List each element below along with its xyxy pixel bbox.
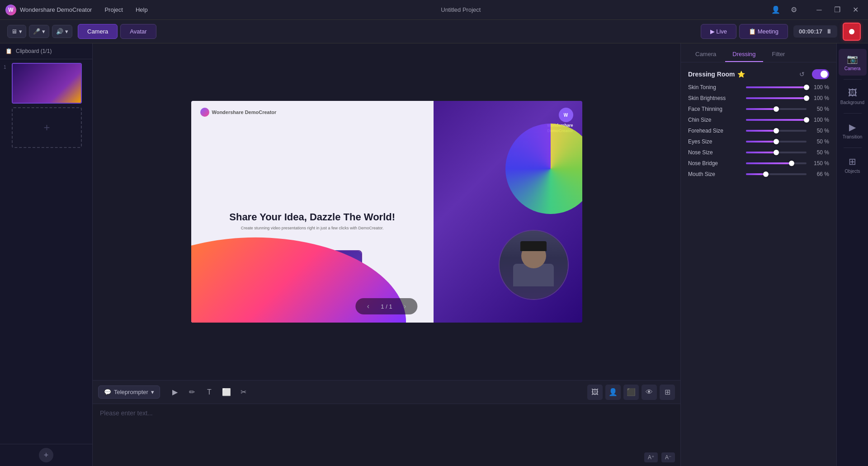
slider-track-0[interactable] (746, 86, 807, 88)
teleprompter-button[interactable]: 💬 Teleprompter ▾ (98, 385, 160, 399)
sidebar-item-transition[interactable]: ▶Transition (839, 117, 867, 144)
live-btn[interactable]: ▶ Live (701, 24, 736, 39)
sidebar-item-camera[interactable]: 📷Camera (839, 49, 867, 76)
slider-track-1[interactable] (746, 97, 807, 99)
slider-track-8[interactable] (746, 173, 807, 175)
face-layout-btn[interactable]: 👁 (642, 385, 657, 400)
window-controls: ─ ❐ ✕ (812, 3, 863, 17)
text-tool-btn[interactable]: T (202, 385, 217, 400)
sidebar-item-background[interactable]: 🖼Background (839, 83, 867, 109)
shape-tool-btn[interactable]: ⬜ (219, 385, 234, 400)
slide-logo: Wondershare DemoCreator (200, 108, 277, 117)
slider-value-6: 50 % (810, 149, 829, 156)
slider-thumb-1[interactable] (804, 95, 809, 101)
webcam-overlay (499, 230, 569, 300)
avatar-mode-btn[interactable]: Avatar (120, 24, 156, 39)
meeting-btn[interactable]: 📋 Meeting (739, 24, 788, 39)
reset-button[interactable]: ↺ (796, 68, 808, 81)
sidebar-divider (844, 147, 862, 148)
slide-content-right: W Wondershare DemoCreator (434, 101, 582, 323)
slider-value-1: 100 % (810, 95, 829, 101)
add-slide-button[interactable]: + (39, 448, 53, 462)
slider-thumb-7[interactable] (789, 161, 794, 166)
right-panel-main: Camera Dressing Filter Dressing Room ⭐ ↺… (681, 43, 836, 466)
slider-fill-0 (746, 86, 807, 88)
app-logo: W Wondershare DemoCreator (5, 5, 92, 15)
decorative-circle (505, 124, 582, 214)
slider-row-face-thinning: Face Thinning50 % (688, 106, 829, 112)
slide-logo-icon (200, 108, 209, 117)
play-tool-btn[interactable]: ▶ (167, 385, 183, 400)
background-sidebar-label: Background (840, 100, 864, 105)
maximize-button[interactable]: ❐ (830, 3, 844, 17)
prev-page-button[interactable]: ‹ (363, 301, 373, 312)
add-slide-placeholder[interactable]: + (12, 107, 82, 148)
live-icon: ▶ (710, 28, 715, 35)
objects-sidebar-label: Objects (845, 169, 860, 174)
slider-thumb-4[interactable] (774, 128, 779, 133)
dressing-room-label: Dressing Room (688, 71, 735, 78)
screen-layout-btn[interactable]: ⬛ (623, 385, 639, 400)
left-panel: 📋 Clipboard (1/1) 1 + + (0, 43, 93, 466)
speaker-dropdown[interactable]: 🔊 ▾ (52, 25, 72, 38)
slider-track-5[interactable] (746, 141, 807, 143)
toolbar-input-group: 🖥 ▾ 🎤 ▾ 🔊 ▾ (7, 25, 72, 38)
tab-filter[interactable]: Filter (765, 47, 793, 62)
pause-btn[interactable]: ⏸ (826, 28, 832, 35)
menu-bar: Project Help (99, 5, 153, 15)
sidebar-item-objects[interactable]: ⊞Objects (839, 152, 867, 178)
edit-tools: ▶ ✏ T ⬜ ✂ (164, 385, 584, 400)
slider-thumb-3[interactable] (804, 117, 809, 123)
camera-mode-btn[interactable]: Camera (78, 24, 118, 39)
slider-thumb-5[interactable] (774, 139, 779, 144)
meeting-icon: 📋 (749, 28, 756, 35)
tab-camera[interactable]: Camera (688, 47, 723, 62)
slide-thumb-image (13, 64, 81, 103)
page-number: 1 / 1 (381, 303, 392, 310)
next-page-button[interactable]: › (400, 301, 410, 312)
slider-track-2[interactable] (746, 108, 807, 110)
slider-thumb-6[interactable] (774, 150, 779, 155)
slider-label-2: Face Thinning (688, 106, 742, 112)
dressing-toggle[interactable] (812, 69, 829, 79)
avatar-layout-btn[interactable]: 👤 (605, 385, 621, 400)
settings-icon[interactable]: ⚙ (787, 3, 801, 17)
font-size-decrease-btn[interactable]: A⁻ (661, 452, 675, 462)
slider-track-6[interactable] (746, 152, 807, 153)
timer-value: 00:00:17 (799, 28, 822, 35)
slider-track-3[interactable] (746, 119, 807, 121)
timer-display: 00:00:17 ⏸ (793, 25, 837, 38)
minimize-button[interactable]: ─ (812, 3, 826, 17)
teleprompter-placeholder: Please enter text... (100, 409, 673, 417)
teleprompter-icon: 💬 (104, 389, 111, 395)
draw-tool-btn[interactable]: ✏ (184, 385, 200, 400)
camera-sidebar-icon: 📷 (847, 53, 858, 64)
slider-value-0: 100 % (810, 84, 829, 90)
slider-row-skin-brightness: Skin Brightness100 % (688, 95, 829, 101)
slider-thumb-2[interactable] (774, 106, 779, 112)
slider-value-3: 100 % (810, 117, 829, 123)
account-icon[interactable]: 👤 (769, 3, 783, 17)
menu-help[interactable]: Help (130, 5, 153, 15)
slider-track-4[interactable] (746, 130, 807, 132)
image-layout-btn[interactable]: 🖼 (587, 385, 603, 400)
grid-layout-btn[interactable]: ⊞ (660, 385, 675, 400)
menu-project[interactable]: Project (99, 5, 128, 15)
slide-add-item[interactable]: + (4, 107, 89, 148)
close-button[interactable]: ✕ (848, 3, 863, 17)
tab-dressing[interactable]: Dressing (725, 47, 763, 62)
slide-thumbnail-1[interactable] (12, 63, 82, 104)
screen-dropdown[interactable]: 🖥 ▾ (7, 25, 26, 38)
screen-icon: 🖥 (11, 28, 17, 35)
slider-track-7[interactable] (746, 162, 807, 164)
record-button[interactable] (843, 23, 861, 41)
slide-item-1[interactable]: 1 (4, 63, 89, 104)
mic-dropdown[interactable]: 🎤 ▾ (29, 25, 49, 38)
slide-preview: Wondershare DemoCreator Share Your Idea,… (191, 101, 582, 323)
slider-value-4: 50 % (810, 128, 829, 134)
svg-point-0 (849, 29, 854, 34)
cut-tool-btn[interactable]: ✂ (236, 385, 251, 400)
slider-thumb-0[interactable] (804, 85, 809, 90)
slider-thumb-8[interactable] (763, 171, 769, 177)
font-size-increase-btn[interactable]: A⁺ (644, 452, 658, 462)
